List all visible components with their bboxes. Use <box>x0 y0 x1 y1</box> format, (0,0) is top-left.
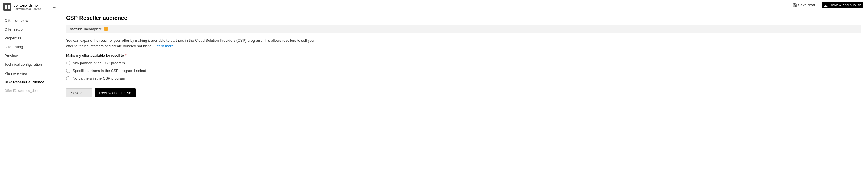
sidebar: contoso_demo Software as a Service ≡ Off… <box>0 0 59 172</box>
status-bar: Status: Incomplete ! <box>66 25 861 33</box>
svg-rect-2 <box>5 7 7 9</box>
content-area: CSP Reseller audience Status: Incomplete… <box>59 10 868 102</box>
sidebar-item-offer-setup[interactable]: Offer setup <box>0 25 59 34</box>
radio-specific-partners[interactable] <box>66 69 70 73</box>
status-label: Status: <box>70 27 82 31</box>
status-incomplete-icon: ! <box>104 27 108 31</box>
sidebar-item-technical-configuration[interactable]: Technical configuration <box>0 60 59 69</box>
status-value: Incomplete <box>84 27 102 31</box>
svg-rect-0 <box>5 4 7 6</box>
sidebar-item-offer-overview[interactable]: Offer overview <box>0 16 59 25</box>
company-subtitle: Software as a Service <box>13 7 51 10</box>
publish-icon <box>824 3 828 7</box>
main-content: Save draft Review and publish CSP Resell… <box>59 0 868 172</box>
sidebar-company-info: contoso_demo Software as a Service <box>13 3 51 10</box>
radio-option-any-partner[interactable]: Any partner in the CSP program <box>66 61 861 65</box>
learn-more-link[interactable]: Learn more <box>155 44 173 48</box>
resell-options-group: Any partner in the CSP program Specific … <box>66 61 861 80</box>
topbar: Save draft Review and publish <box>59 0 868 10</box>
radio-option-no-partners[interactable]: No partners in the CSP program <box>66 76 861 80</box>
page-title: CSP Reseller audience <box>66 15 861 21</box>
sidebar-item-offer-listing[interactable]: Offer listing <box>0 43 59 51</box>
sidebar-item-preview[interactable]: Preview <box>0 51 59 60</box>
svg-rect-5 <box>794 3 795 4</box>
svg-rect-4 <box>794 5 795 6</box>
sidebar-offer-id: Offer ID: contoso_demo <box>0 87 59 95</box>
save-draft-button[interactable]: Save draft <box>66 89 92 97</box>
description-text: You can expand the reach of your offer b… <box>66 38 320 49</box>
review-publish-topbar-button[interactable]: Review and publish <box>822 2 864 8</box>
sidebar-item-csp-reseller-audience[interactable]: CSP Reseller audience <box>0 78 59 87</box>
save-icon <box>793 3 797 7</box>
svg-rect-1 <box>8 4 10 6</box>
save-draft-topbar-button[interactable]: Save draft <box>790 2 817 8</box>
company-name: contoso_demo <box>13 3 51 7</box>
company-logo <box>3 3 11 11</box>
radio-no-partners[interactable] <box>66 76 70 80</box>
action-buttons: Save draft Review and publish <box>66 89 861 97</box>
review-publish-button[interactable]: Review and publish <box>95 89 135 97</box>
svg-rect-3 <box>8 7 10 9</box>
required-marker: * <box>124 53 127 57</box>
field-label: Make my offer available for resell to * <box>66 53 861 57</box>
sidebar-header: contoso_demo Software as a Service ≡ <box>0 0 59 14</box>
radio-option-specific-partners[interactable]: Specific partners in the CSP program I s… <box>66 69 861 73</box>
radio-any-partner[interactable] <box>66 61 70 65</box>
sidebar-navigation: Offer overview Offer setup Properties Of… <box>0 14 59 172</box>
sidebar-item-properties[interactable]: Properties <box>0 34 59 43</box>
sidebar-toggle-icon[interactable]: ≡ <box>53 4 56 9</box>
sidebar-item-plan-overview[interactable]: Plan overview <box>0 69 59 78</box>
